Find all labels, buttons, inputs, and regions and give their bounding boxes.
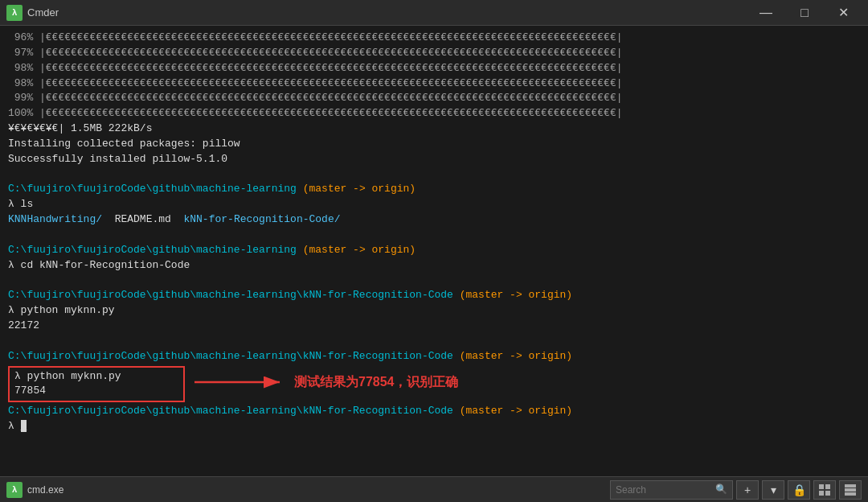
progress-line-98b: 98% |€€€€€€€€€€€€€€€€€€€€€€€€€€€€€€€€€€€… [8,76,860,92]
path-line-1: C:\fuujiro\fuujiroCode\github\machine-le… [8,182,860,197]
grid-icon-1 [819,484,830,496]
tab-dropdown-button[interactable]: ▾ [762,480,784,500]
status-bar: λ cmd.exe 🔍 + ▾ 🔒 [0,476,868,502]
grid-view-button-2[interactable] [839,480,862,500]
progress-line-98a: 98% |€€€€€€€€€€€€€€€€€€€€€€€€€€€€€€€€€€€… [8,61,860,76]
highlight-box: λ python myknn.py 77854 [8,366,185,403]
cmd-python-2-highlighted: λ python myknn.py [14,369,178,385]
final-prompt: λ _ [8,419,860,434]
ls-output: KNNHandwriting/ README.md kNN-for-Recogn… [8,212,860,228]
minimize-button[interactable]: — [747,0,784,26]
output-77854: 77854 [14,384,178,399]
highlighted-section: λ python myknn.py 77854 测试结果为77854，识别正确 [8,366,860,403]
title-bar: λ Cmder — □ ✕ [0,0,868,26]
cmd-cd: λ cd kNN-for-Recognition-Code [8,258,860,274]
blank-3 [8,274,860,289]
cmd-python-1: λ python myknn.py [8,303,860,319]
blank-2 [8,228,860,243]
status-right: 🔍 + ▾ 🔒 [610,480,862,500]
installing-line: Installing collected packages: pillow [8,137,860,152]
search-icon: 🔍 [715,483,727,496]
path-line-5: C:\fuujiro\fuujiroCode\github\machine-le… [8,404,860,419]
progress-line-99: 99% |€€€€€€€€€€€€€€€€€€€€€€€€€€€€€€€€€€€… [8,91,860,106]
grid-icon-2 [845,484,856,496]
search-box[interactable]: 🔍 [610,480,733,500]
grid-view-button-1[interactable] [813,480,836,500]
chevron-down-icon: ▾ [771,483,776,496]
progress-line-97: 97% |€€€€€€€€€€€€€€€€€€€€€€€€€€€€€€€€€€€… [8,46,860,61]
blank-1 [8,167,860,183]
annotation-label: 测试结果为77854，识别正确 [294,372,459,391]
cmd-ls: λ ls [8,197,860,212]
status-logo: λ [6,482,23,498]
maximize-button[interactable]: □ [786,0,823,26]
terminal-area[interactable]: 96% |€€€€€€€€€€€€€€€€€€€€€€€€€€€€€€€€€€€… [0,26,868,476]
window-title: Cmder [27,6,59,19]
status-label: cmd.exe [27,484,63,496]
installed-line: Successfully installed pillow-5.1.0 [8,152,860,167]
speed-info: ¥€¥€¥€¥€| 1.5MB 222kB/s [8,121,860,137]
svg-rect-7 [845,488,856,492]
lock-icon: 🔒 [792,483,806,496]
progress-line-96: 96% |€€€€€€€€€€€€€€€€€€€€€€€€€€€€€€€€€€€… [8,31,860,46]
svg-rect-4 [819,491,824,496]
search-input[interactable] [616,484,712,496]
blank-4 [8,334,860,349]
svg-rect-2 [819,484,824,489]
annotation-arrow: 测试结果为77854，识别正确 [191,372,459,392]
svg-rect-5 [825,491,830,496]
window-controls: — □ ✕ [747,0,862,26]
path-line-4: C:\fuujiro\fuujiroCode\github\machine-le… [8,349,860,364]
progress-line-100: 100% |€€€€€€€€€€€€€€€€€€€€€€€€€€€€€€€€€€… [8,106,860,121]
path-line-2: C:\fuujiro\fuujiroCode\github\machine-le… [8,243,860,258]
add-tab-button[interactable]: + [736,480,759,500]
output-22172: 22172 [8,319,860,334]
svg-rect-8 [845,492,856,496]
cmder-logo: λ [6,5,23,21]
status-left: λ cmd.exe [6,482,63,498]
close-button[interactable]: ✕ [825,0,862,26]
svg-rect-6 [845,484,856,488]
svg-rect-3 [825,484,830,489]
title-bar-left: λ Cmder [6,5,59,21]
arrow-svg [191,372,288,392]
lock-button[interactable]: 🔒 [788,480,810,500]
path-line-3: C:\fuujiro\fuujiroCode\github\machine-le… [8,288,860,303]
